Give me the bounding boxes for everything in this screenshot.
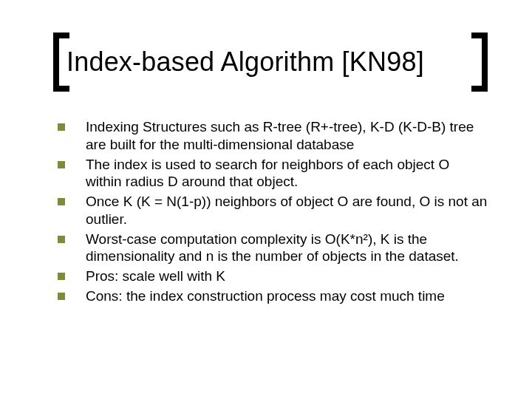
list-item: Indexing Structures such as R-tree (R+-t…	[58, 118, 488, 154]
bullet-icon	[58, 198, 65, 205]
list-item: Once K (K = N(1-p)) neighbors of object …	[58, 193, 488, 228]
bullet-text: Once K (K = N(1-p)) neighbors of object …	[86, 193, 488, 228]
bullet-icon	[58, 123, 65, 131]
bullet-icon	[58, 273, 65, 280]
bullet-text: Pros: scale well with K	[86, 267, 488, 285]
bullet-list: Indexing Structures such as R-tree (R+-t…	[58, 118, 488, 307]
slide: Index-based Algorithm [KN98] Indexing St…	[0, 0, 532, 399]
right-bracket-icon	[467, 33, 488, 92]
list-item: Pros: scale well with K	[58, 267, 488, 285]
slide-title: Index-based Algorithm [KN98]	[66, 33, 463, 92]
bullet-icon	[58, 161, 65, 168]
bullet-text: Worst-case computation complexity is O(K…	[86, 231, 488, 266]
bullet-icon	[58, 236, 65, 243]
bullet-text: Indexing Structures such as R-tree (R+-t…	[86, 118, 488, 154]
bullet-text: Cons: the index construction process may…	[86, 287, 488, 305]
title-area: Index-based Algorithm [KN98]	[53, 33, 488, 92]
bullet-icon	[58, 293, 65, 300]
list-item: The index is used to search for neighbor…	[58, 156, 488, 191]
list-item: Worst-case computation complexity is O(K…	[58, 231, 488, 266]
bullet-text: The index is used to search for neighbor…	[86, 156, 488, 191]
list-item: Cons: the index construction process may…	[58, 287, 488, 305]
